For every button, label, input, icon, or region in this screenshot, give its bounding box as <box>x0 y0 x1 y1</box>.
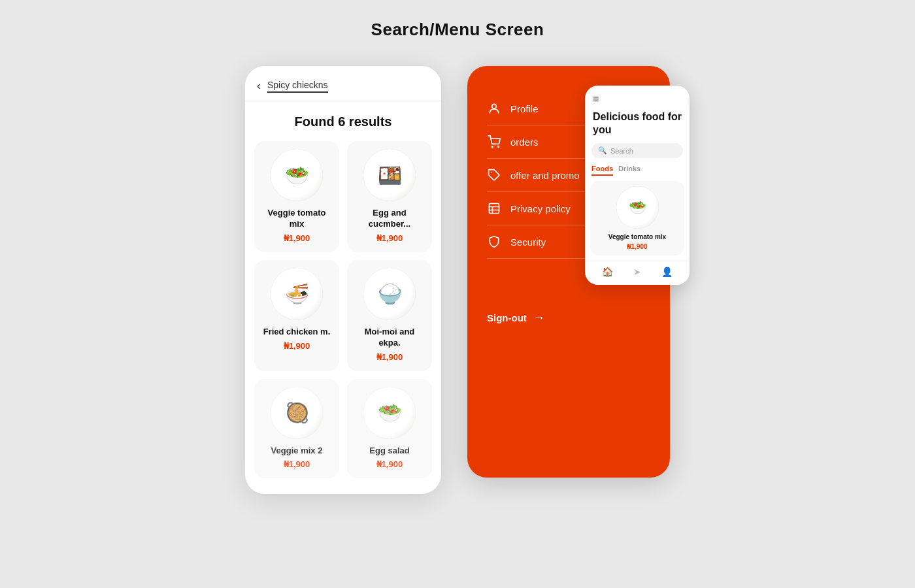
food-image-2: 🍜 <box>271 268 323 320</box>
home-tabs: Foods Drinks <box>585 165 690 181</box>
search-screen: ‹ Spicy chieckns Found 6 results 🥗 Veggi… <box>245 66 441 494</box>
menu-label-privacy: Privacy policy <box>510 203 571 214</box>
home-food-price: ₦1,900 <box>627 243 647 250</box>
food-image-1: 🍱 <box>363 149 416 201</box>
home-food-name: Veggie tomato mix <box>608 233 666 241</box>
svg-point-0 <box>492 104 497 108</box>
offer-icon <box>487 168 501 182</box>
food-card-2[interactable]: 🍜 Fried chicken m. ₦1,900 <box>254 260 339 371</box>
menu-label-profile: Profile <box>510 103 539 114</box>
back-button[interactable]: ‹ <box>257 79 261 93</box>
food-price-4: ₦1,900 <box>284 459 310 469</box>
search-header: ‹ Spicy chieckns <box>245 66 441 101</box>
search-icon: 🔍 <box>598 146 607 155</box>
food-price-3: ₦1,900 <box>376 352 403 362</box>
screens-container: ‹ Spicy chieckns Found 6 results 🥗 Veggi… <box>245 66 670 494</box>
menu-label-security: Security <box>510 237 546 248</box>
svg-point-2 <box>498 146 499 148</box>
food-image-4: 🥘 <box>271 387 323 439</box>
food-name-5: Egg salad <box>369 446 409 457</box>
search-input-display[interactable]: Spicy chieckns <box>267 80 328 93</box>
food-card-4[interactable]: 🥘 Veggie mix 2 ₦1,900 <box>254 379 339 479</box>
food-price-5: ₦1,900 <box>376 459 403 469</box>
home-header: ≡ <box>585 86 690 108</box>
food-name-0: Veggie tomato mix <box>261 208 333 230</box>
home-title: Delicious food for you <box>585 108 690 143</box>
food-name-4: Veggie mix 2 <box>271 446 323 457</box>
page-title: Search/Menu Screen <box>371 20 544 40</box>
privacy-icon <box>487 201 501 216</box>
food-card-1[interactable]: 🍱 Egg and cucmber... ₦1,900 <box>347 141 432 252</box>
food-card-3[interactable]: 🍚 Moi-moi and ekpa. ₦1,900 <box>347 260 432 371</box>
tab-foods[interactable]: Foods <box>591 165 613 176</box>
food-card-0[interactable]: 🥗 Veggie tomato mix ₦1,900 <box>254 141 339 252</box>
svg-rect-4 <box>490 204 499 214</box>
food-price-2: ₦1,900 <box>284 341 310 351</box>
food-image-5: 🥗 <box>363 387 416 439</box>
food-price-1: ₦1,900 <box>376 233 403 243</box>
home-bottom-nav: 🏠 ➤ 👤 <box>585 261 690 280</box>
home-overlay: ≡ Delicious food for you 🔍 Search Foods … <box>585 86 690 285</box>
menu-label-offer: offer and promo <box>510 170 580 181</box>
food-price-0: ₦1,900 <box>284 233 310 243</box>
sign-out-row[interactable]: Sign-out → <box>487 311 650 325</box>
food-name-3: Moi-moi and ekpa. <box>354 327 425 349</box>
food-image-3: 🍚 <box>363 268 416 320</box>
menu-label-orders: orders <box>510 137 539 148</box>
home-nav-user-icon[interactable]: 👤 <box>661 267 673 277</box>
home-featured-food[interactable]: 🥗 Veggie tomato mix ₦1,900 <box>590 181 684 255</box>
food-name-2: Fried chicken m. <box>263 327 331 338</box>
sign-out-label: Sign-out <box>487 312 527 323</box>
profile-icon <box>487 101 501 116</box>
tab-drinks[interactable]: Drinks <box>618 165 640 176</box>
home-nav-home-icon[interactable]: 🏠 <box>602 267 613 277</box>
home-food-image: 🥗 <box>616 186 659 229</box>
home-search-bar[interactable]: 🔍 Search <box>591 143 683 158</box>
menu-wrapper: Profile orders offer and <box>467 66 670 478</box>
sign-out-arrow: → <box>533 311 545 325</box>
food-grid: 🥗 Veggie tomato mix ₦1,900 🍱 Egg and cuc… <box>245 136 441 487</box>
security-icon <box>487 235 501 249</box>
food-card-5[interactable]: 🥗 Egg salad ₦1,900 <box>347 379 432 479</box>
results-count: Found 6 results <box>245 101 441 136</box>
hamburger-icon[interactable]: ≡ <box>593 93 599 105</box>
food-image-0: 🥗 <box>271 149 323 201</box>
home-nav-send-icon[interactable]: ➤ <box>633 267 641 277</box>
svg-point-1 <box>492 146 493 148</box>
food-name-1: Egg and cucmber... <box>354 208 425 230</box>
search-placeholder: Search <box>610 147 633 155</box>
orders-icon <box>487 135 501 149</box>
